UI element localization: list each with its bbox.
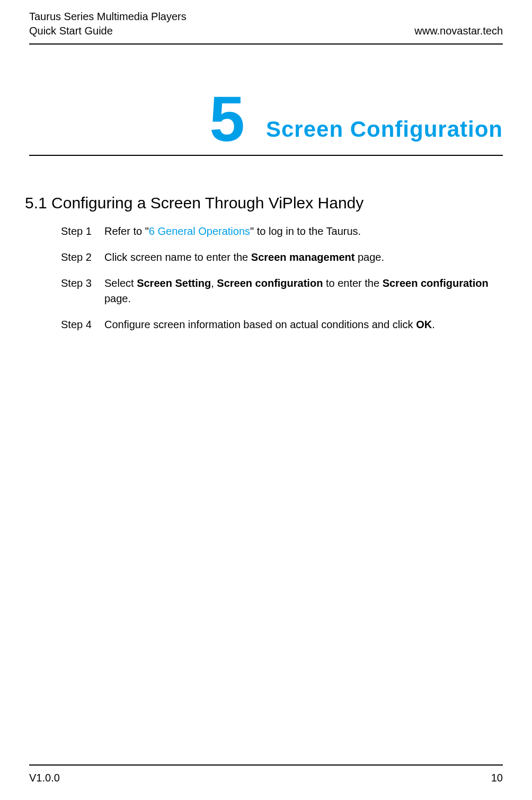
text: " to log in to the Taurus. [250, 225, 361, 237]
text: page. [354, 251, 384, 263]
text: to enter the [323, 277, 382, 289]
step-1: Step 1 Refer to "6 General Operations" t… [61, 224, 503, 239]
step-body: Configure screen information based on ac… [104, 317, 503, 332]
step-label: Step 4 [61, 317, 97, 332]
page-header: Taurus Series Multimedia Players Quick S… [29, 0, 503, 45]
version-text: V1.0.0 [29, 772, 60, 784]
doc-title-line-1: Taurus Series Multimedia Players [29, 10, 187, 24]
step-body: Refer to "6 General Operations" to log i… [104, 224, 503, 239]
doc-title-block: Taurus Series Multimedia Players Quick S… [29, 10, 187, 38]
step-3: Step 3 Select Screen Setting, Screen con… [61, 276, 503, 306]
ui-term: Screen configuration [217, 277, 323, 289]
step-2: Step 2 Click screen name to enter the Sc… [61, 250, 503, 265]
cross-ref-link[interactable]: 6 General Operations [149, 225, 250, 237]
ui-term: Screen Setting [137, 277, 211, 289]
step-body: Click screen name to enter the Screen ma… [104, 250, 503, 265]
page-footer: V1.0.0 10 [29, 764, 503, 784]
step-4: Step 4 Configure screen information base… [61, 317, 503, 332]
text: page. [104, 293, 131, 304]
step-label: Step 1 [61, 224, 97, 239]
text: Click screen name to enter the [104, 251, 251, 263]
doc-title-line-2: Quick Start Guide [29, 24, 187, 38]
chapter-title: Screen Configuration [266, 117, 503, 142]
ui-term: OK [416, 319, 432, 330]
text: . [432, 319, 435, 330]
text: Select [104, 277, 137, 289]
chapter-heading: 5 Screen Configuration [29, 87, 503, 156]
doc-url: www.novastar.tech [414, 24, 503, 38]
ui-term: Screen configuration [383, 277, 489, 289]
step-label: Step 2 [61, 250, 97, 265]
page-number: 10 [491, 772, 503, 784]
text: Configure screen information based on ac… [104, 319, 416, 330]
chapter-number: 5 [209, 87, 245, 151]
ui-term: Screen management [251, 251, 355, 263]
steps-list: Step 1 Refer to "6 General Operations" t… [61, 224, 503, 332]
step-label: Step 3 [61, 276, 97, 306]
step-body: Select Screen Setting, Screen configurat… [104, 276, 503, 306]
section-heading: 5.1 Configuring a Screen Through ViPlex … [25, 194, 503, 212]
text: , [211, 277, 217, 289]
text: Refer to " [104, 225, 149, 237]
